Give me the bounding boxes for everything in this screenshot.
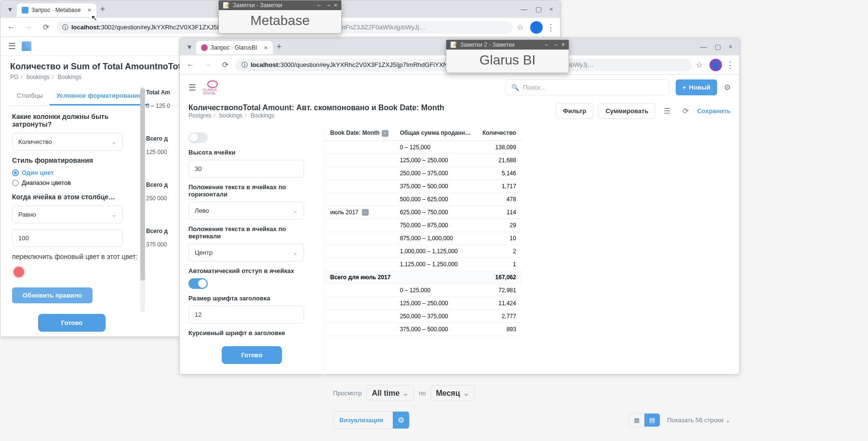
forward-icon[interactable]: → (553, 41, 559, 48)
table-row[interactable]: 1,125,000 – 1,250,0001 (324, 258, 522, 271)
color-swatch[interactable] (12, 265, 26, 279)
table-view-icon[interactable]: ▤ (644, 414, 660, 427)
reload-icon[interactable]: ⟳ (218, 58, 232, 72)
new-tab-icon[interactable]: + (100, 4, 106, 14)
back-icon[interactable]: ← (317, 2, 322, 9)
table-row[interactable]: 0 – 125,000138,099 (324, 141, 522, 154)
crumb-postgres[interactable]: Postgres (188, 112, 211, 119)
table-row[interactable]: 250,000 – 375,0005,146 (324, 167, 522, 180)
tab-dropdown-icon[interactable]: ▾ (183, 40, 196, 53)
notes-body[interactable]: Glarus BI (446, 50, 569, 73)
table-row[interactable]: 375,000 – 500,0001,717 (324, 180, 522, 193)
new-button[interactable]: + Новый (676, 79, 717, 95)
table-row[interactable]: 125,000 – 250,00011,424 (324, 297, 522, 310)
radio-single-color[interactable]: Один цвет (12, 169, 138, 176)
notes-window-2[interactable]: 📝 Заметки 2 - Заметки ←→× Glarus BI (446, 39, 569, 73)
save-link[interactable]: Сохранить (697, 107, 731, 115)
crumb-table[interactable]: Bookings (251, 112, 274, 119)
editor-icon[interactable]: ☰ (660, 104, 674, 118)
site-info-icon[interactable]: ⓘ (241, 61, 248, 69)
table-row[interactable]: 875,000 – 1,000,00010 (324, 232, 522, 245)
tab-columns[interactable]: Столбцы (10, 87, 50, 105)
table-row[interactable]: июль 2017 −625,000 – 750,000114 (324, 206, 522, 219)
browser-menu-icon[interactable]: ⋮ (547, 22, 556, 33)
summarize-button[interactable]: Суммировать (598, 103, 655, 119)
col-book-date[interactable]: Book Date: Month− (324, 126, 394, 141)
table-row[interactable]: 125,000 – 250,00021,688 (324, 154, 522, 167)
time-range-select[interactable]: All time⌄ (366, 385, 414, 401)
table-row[interactable]: 1,000,000 – 1,125,0002 (324, 245, 522, 258)
crumb-bookings[interactable]: bookings (27, 74, 50, 80)
bookmark-icon[interactable]: ☆ (517, 23, 523, 32)
column-select[interactable]: Количество⌄ (12, 133, 123, 151)
notes-body[interactable]: Metabase (219, 10, 341, 33)
browser-tab[interactable]: Запрос · GlarusBI × (196, 41, 273, 54)
notes-titlebar[interactable]: 📝 Заметки 2 - Заметки ←→× (446, 40, 569, 50)
collapse-icon[interactable]: − (382, 130, 388, 137)
condition-value-input[interactable]: 100 (12, 229, 123, 247)
maximize-icon[interactable]: ▢ (535, 5, 542, 13)
table-row[interactable]: 250,000 – 375,0002,777 (324, 310, 522, 323)
maximize-icon[interactable]: ▢ (715, 43, 721, 51)
col-total-amount[interactable]: Общая сумма проданн… (394, 126, 477, 141)
reload-icon[interactable]: ⟳ (39, 21, 53, 34)
crumb-table[interactable]: Bookings (58, 74, 81, 80)
table-row[interactable]: 375,000 – 500,000893 (324, 323, 522, 336)
site-info-icon[interactable]: ⓘ (62, 23, 68, 32)
close-icon[interactable]: × (561, 41, 565, 48)
new-tab-icon[interactable]: + (277, 42, 282, 52)
filter-button[interactable]: Фильтр (556, 103, 594, 119)
view-toggle[interactable]: ▦ ▤ (628, 413, 660, 427)
back-icon[interactable]: ← (184, 58, 197, 72)
close-icon[interactable]: × (549, 5, 553, 13)
close-icon[interactable]: × (334, 2, 337, 9)
table-row[interactable]: 500,000 – 625,000478 (324, 193, 522, 206)
table-row[interactable]: 750,000 – 875,00029 (324, 219, 522, 232)
update-rule-button[interactable]: Обновить правило (12, 287, 93, 303)
search-input[interactable]: 🔍 Поиск… (505, 79, 669, 95)
row-count[interactable]: Показать 56 строки ⌄ (667, 416, 731, 424)
sidebar-toggle-icon[interactable]: ☰ (8, 41, 16, 52)
back-icon[interactable]: ← (4, 21, 18, 34)
settings-toggle[interactable] (188, 132, 208, 143)
tab-dropdown-icon[interactable]: ▾ (3, 2, 17, 16)
close-tab-icon[interactable]: × (87, 6, 91, 14)
radio-color-range[interactable]: Диапазон цветов (12, 179, 138, 186)
browser-tab[interactable]: Запрос · Metabase × (17, 3, 96, 17)
h-align-select[interactable]: Лево⌄ (188, 202, 304, 220)
metabase-logo-icon[interactable] (22, 41, 31, 51)
notes-window-1[interactable]: 📝 Заметки - Заметки ←→× Metabase (218, 0, 342, 34)
minimize-icon[interactable]: — (521, 5, 528, 13)
cell-height-input[interactable]: 30 (188, 160, 304, 178)
auto-indent-toggle[interactable] (188, 278, 208, 289)
back-icon[interactable]: ← (544, 41, 550, 48)
minimize-icon[interactable]: — (700, 43, 707, 51)
grid-view-icon[interactable]: ▦ (629, 414, 644, 427)
col-count[interactable]: Количество (477, 126, 522, 141)
sidebar-toggle-icon[interactable]: ☰ (188, 82, 196, 93)
granularity-select[interactable]: Месяц⌄ (430, 385, 474, 401)
close-tab-icon[interactable]: × (264, 44, 267, 52)
header-font-input[interactable]: 12 (188, 306, 304, 324)
browser-menu-icon[interactable]: ⋮ (726, 60, 735, 70)
profile-avatar[interactable]: 👤 (709, 59, 722, 71)
notes-titlebar[interactable]: 📝 Заметки - Заметки ←→× (219, 0, 341, 10)
collapse-icon[interactable]: − (362, 209, 369, 216)
glarus-logo[interactable]: GLARUS DIGITAL (203, 80, 222, 95)
profile-avatar[interactable]: 👤 (530, 21, 543, 34)
gear-icon[interactable]: ⚙ (393, 412, 409, 428)
v-align-select[interactable]: Центр⌄ (188, 244, 304, 261)
forward-icon[interactable]: → (325, 2, 331, 9)
table-row[interactable]: 0 – 125,00072,981 (324, 284, 522, 297)
refresh-icon[interactable]: ⟳ (679, 104, 692, 118)
sidebar-scrollbar[interactable] (140, 86, 145, 312)
crumb-pg[interactable]: PG (10, 74, 18, 80)
close-icon[interactable]: × (729, 43, 733, 51)
done-button[interactable]: Готово (38, 314, 106, 332)
bookmark-icon[interactable]: ☆ (696, 60, 703, 69)
crumb-bookings[interactable]: bookings (219, 112, 242, 119)
condition-select[interactable]: Равно⌄ (12, 206, 123, 223)
tab-conditional-formatting[interactable]: Условное форматирование (50, 87, 148, 105)
visualization-button[interactable]: Визуализация ⚙ (333, 411, 410, 429)
gear-icon[interactable]: ⚙ (724, 83, 731, 92)
